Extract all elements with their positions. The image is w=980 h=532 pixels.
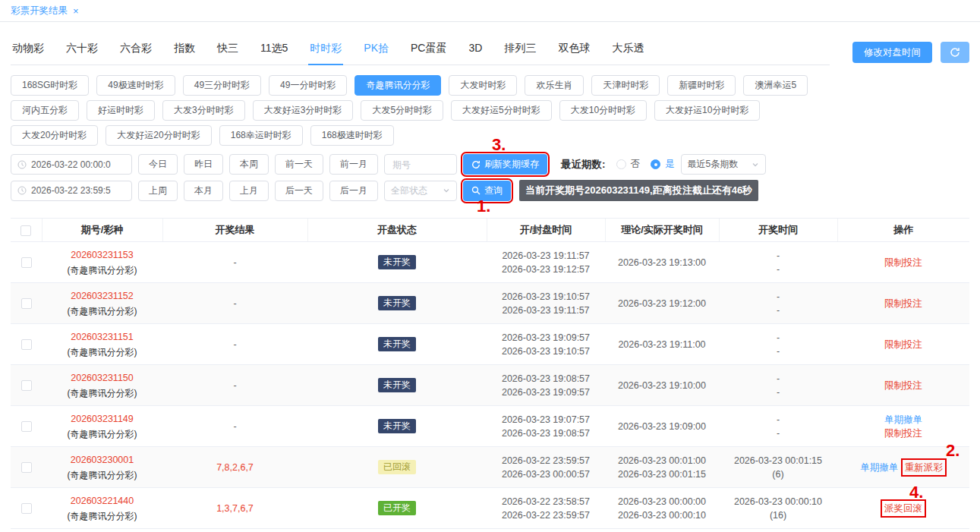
close-icon[interactable]: × (73, 5, 79, 17)
action-limit-bet[interactable]: 限制投注 (884, 380, 922, 391)
nav-tab-shuangseqiu[interactable]: 双色球 (556, 42, 591, 65)
row-checkbox[interactable] (21, 421, 32, 432)
recent-count-select[interactable]: 最近5条期数 (681, 154, 766, 175)
action-cancel-issue[interactable]: 单期撤单 (860, 462, 898, 473)
action-re-payout[interactable]: 重新派彩 (901, 458, 947, 477)
nav-tab-daletou[interactable]: 大乐透 (610, 42, 645, 65)
lottery-filter-button[interactable]: 大发5分时时彩 (361, 100, 443, 121)
lottery-filter-button[interactable]: 大发好运20分时时彩 (106, 125, 211, 146)
quick-button-next-month[interactable]: 后一月 (329, 181, 378, 201)
quick-button-prev-month[interactable]: 前一月 (329, 154, 378, 175)
lottery-filter-button[interactable]: 澳洲幸运5 (743, 75, 808, 96)
lottery-filter-button[interactable]: 大发好运5分时时彩 (451, 100, 552, 121)
lottery-filter-button[interactable]: 大发好运10分时时彩 (654, 100, 760, 121)
nav-tab-3d[interactable]: 3D (467, 42, 484, 65)
nav-tab-sixty[interactable]: 六十彩 (65, 42, 99, 65)
lottery-filter-button[interactable]: 欢乐生肖 (525, 75, 584, 96)
lottery-filter-button[interactable]: 天津时时彩 (591, 75, 660, 96)
nav-tab-shishicai[interactable]: 时时彩 (308, 42, 343, 65)
close-time: 2026-03-22 23:59:57 (487, 508, 605, 522)
issue-number[interactable]: 202603231153 (42, 248, 162, 262)
quick-button-prev-day[interactable]: 前一天 (275, 154, 323, 175)
quick-button-today[interactable]: 今日 (138, 154, 178, 175)
quick-button-this-month[interactable]: 本月 (184, 181, 223, 201)
open-time: 2026-03-23 19:11:57 (487, 249, 605, 263)
lottery-filter-button[interactable]: 大发3分时时彩 (162, 100, 245, 121)
refresh-icon (471, 160, 481, 169)
nav-tab-pailiesan[interactable]: 排列三 (503, 42, 537, 65)
column-header-actions: 操作 (837, 219, 969, 242)
annotation-step-1: 1. (477, 197, 490, 216)
nav-tab-pcdandan[interactable]: PC蛋蛋 (409, 42, 448, 65)
issue-number[interactable]: 202603230001 (42, 453, 162, 467)
quick-button-last-week[interactable]: 上周 (138, 181, 178, 201)
lottery-filter-button[interactable]: 168SG时时彩 (11, 75, 89, 96)
issue-number[interactable]: 202603231149 (42, 412, 162, 426)
issue-number[interactable]: 202603231150 (42, 371, 162, 385)
table-header-row: 期号/彩种 开奖结果 开盘状态 开/封盘时间 理论/实际开奖时间 开奖时间 操作 (11, 219, 969, 242)
results-table: 期号/彩种 开奖结果 开盘状态 开/封盘时间 理论/实际开奖时间 开奖时间 操作… (11, 218, 969, 529)
issue-number-input[interactable] (384, 154, 457, 175)
nav-tab-kuaisan[interactable]: 快三 (216, 42, 240, 65)
nav-tab-pk10[interactable]: PK拾 (362, 42, 390, 65)
row-checkbox[interactable] (21, 503, 32, 514)
quick-button-last-month[interactable]: 上月 (229, 181, 269, 201)
action-limit-bet[interactable]: 限制投注 (884, 428, 922, 439)
nav-row: 动物彩 六十彩 六合彩 指数 快三 11选5 时时彩 PK拾 PC蛋蛋 3D 排… (11, 42, 969, 65)
row-checkbox[interactable] (21, 298, 32, 309)
table-row: 202603221440 (奇趣腾讯分分彩) 1,3,7,6,7 已开奖 202… (11, 488, 969, 529)
filter-row-3: 大发20分时时彩 大发好运20分时时彩 168幸运时时彩 168极速时时彩 (11, 125, 969, 146)
row-checkbox[interactable] (21, 339, 32, 350)
lottery-filter-button[interactable]: 168极速时时彩 (310, 125, 394, 146)
refresh-issue-cache-label: 刷新奖期缓存 (484, 158, 539, 171)
table-row: 202603230001 (奇趣腾讯分分彩) 7,8,2,6,7 已回滚 202… (11, 447, 969, 488)
lottery-filter-button[interactable]: 大发20分时时彩 (11, 125, 98, 146)
column-header-open-close-time: 开/封盘时间 (487, 219, 605, 242)
issue-number[interactable]: 202603221440 (42, 494, 162, 508)
end-datetime-input[interactable] (11, 181, 132, 201)
lottery-filter-button[interactable]: 168幸运时时彩 (219, 125, 303, 146)
refresh-issue-cache-button[interactable]: 刷新奖期缓存 (463, 154, 547, 175)
issue-number[interactable]: 202603231152 (42, 289, 162, 303)
end-datetime-value[interactable] (31, 185, 125, 196)
recent-radio-yes[interactable]: 是 (651, 158, 675, 171)
lottery-filter-button[interactable]: 好运时时彩 (87, 100, 155, 121)
modify-open-time-button[interactable]: 修改对盘时间 (852, 42, 932, 63)
start-datetime-input[interactable] (11, 154, 132, 175)
lottery-filter-button-active[interactable]: 奇趣腾讯分分彩 (355, 75, 441, 96)
quick-button-yesterday[interactable]: 昨日 (184, 154, 223, 175)
row-checkbox[interactable] (21, 462, 32, 473)
lottery-filter-button[interactable]: 大发10分时时彩 (559, 100, 647, 121)
lottery-filter-button[interactable]: 大发好运3分时时彩 (253, 100, 354, 121)
lottery-filter-button[interactable]: 49一分时时彩 (269, 75, 347, 96)
status-select-value: 全部状态 (391, 184, 427, 197)
row-checkbox[interactable] (21, 257, 32, 268)
action-cancel-issue[interactable]: 单期撤单 (884, 414, 922, 425)
nav-tab-11x5[interactable]: 11选5 (259, 42, 289, 65)
lottery-filter-group: 168SG时时彩 49极速时时彩 49三分时时彩 49一分时时彩 奇趣腾讯分分彩… (11, 75, 969, 146)
quick-button-this-week[interactable]: 本周 (229, 154, 269, 175)
issue-number[interactable]: 202603231151 (42, 330, 162, 344)
lottery-filter-button[interactable]: 大发时时彩 (449, 75, 517, 96)
row-checkbox[interactable] (21, 380, 32, 391)
action-limit-bet[interactable]: 限制投注 (884, 257, 922, 268)
status-select[interactable]: 全部状态 (384, 181, 457, 201)
theory-draw-time: 2026-03-23 19:13:00 (605, 256, 719, 269)
lottery-filter-button[interactable]: 49极速时时彩 (96, 75, 175, 96)
quick-button-next-day[interactable]: 后一天 (275, 181, 323, 201)
lottery-filter-button[interactable]: 河内五分彩 (11, 100, 79, 121)
search-icon (471, 186, 481, 195)
window-tab-lottery-results[interactable]: 彩票开奖结果 × (11, 5, 79, 17)
select-all-checkbox[interactable] (20, 225, 31, 236)
action-limit-bet[interactable]: 限制投注 (884, 298, 922, 309)
action-limit-bet[interactable]: 限制投注 (884, 339, 922, 350)
lottery-filter-button[interactable]: 新疆时时彩 (667, 75, 736, 96)
nav-tab-liuhe[interactable]: 六合彩 (118, 42, 153, 65)
lottery-filter-button[interactable]: 49三分时时彩 (183, 75, 261, 96)
nav-tab-index[interactable]: 指数 (172, 42, 197, 65)
start-datetime-value[interactable] (31, 159, 125, 170)
recent-radio-no[interactable]: 否 (616, 158, 641, 171)
nav-tab-animal[interactable]: 动物彩 (11, 42, 46, 65)
open-time: 2026-03-23 19:08:57 (487, 372, 605, 386)
refresh-button[interactable] (941, 42, 969, 63)
